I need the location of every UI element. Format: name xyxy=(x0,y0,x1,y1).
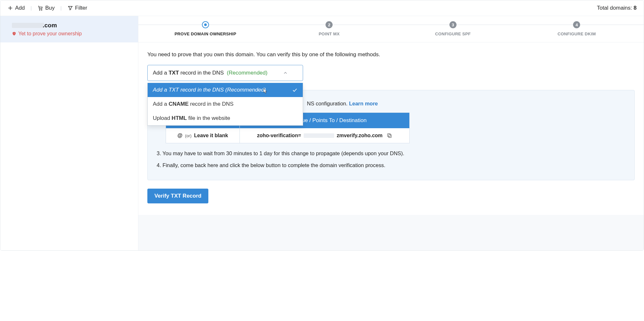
leave-blank-text: Leave it blank xyxy=(194,133,228,138)
step-configure-spf[interactable]: 3 Configure SPF xyxy=(391,21,515,36)
step-circle: 3 xyxy=(449,21,457,28)
option-cname-record[interactable]: Add a CNAME record in the DNS xyxy=(148,97,303,111)
option-label: Add a TXT record in the DNS (Recommended… xyxy=(153,87,266,93)
toolbar-separator: | xyxy=(60,5,62,11)
instruction-partial: NS configuration. Learn more xyxy=(307,101,625,107)
method-select-wrap: Add a TXT record in the DNS (Recommended… xyxy=(147,65,303,81)
filter-label: Filter xyxy=(75,5,87,11)
instruction-step4: 4. Finally, come back here and click the… xyxy=(157,162,625,168)
total-label: Total domains: xyxy=(597,5,633,11)
or-text: (or) xyxy=(185,133,191,138)
txt-value-pre: zoho-verification= xyxy=(257,133,301,138)
buy-label: Buy xyxy=(45,5,55,11)
step-circle: 4 xyxy=(573,21,580,28)
main-area: .com Yet to prove your ownership Prove D… xyxy=(0,16,644,250)
check-icon xyxy=(292,87,298,93)
svg-point-3 xyxy=(41,10,42,10)
step-label: Configure SPF xyxy=(435,31,471,36)
redacted-domain xyxy=(12,23,44,28)
step-point-mx[interactable]: 2 Point MX xyxy=(267,21,391,36)
app-frame: Add | Buy | Filter Total domains: 8 xyxy=(0,0,644,251)
at-symbol: @ xyxy=(178,133,183,138)
redacted-value xyxy=(304,133,334,138)
txt-value-cell: zoho-verification=zmverify.zoho.com xyxy=(240,128,409,143)
step-circle: 2 xyxy=(326,21,333,28)
ownership-warning: Yet to prove your ownership xyxy=(12,31,126,37)
verify-txt-button[interactable]: Verify TXT Record xyxy=(147,189,208,203)
filter-icon xyxy=(67,5,73,11)
top-toolbar: Add | Buy | Filter Total domains: 8 xyxy=(0,0,644,16)
step-prove-ownership[interactable]: Prove Domain Ownership xyxy=(144,21,267,36)
recommended-tag: (Recommended) xyxy=(227,70,268,76)
option-txt-record[interactable]: Add a TXT record in the DNS (Recommended… xyxy=(148,83,303,97)
step-label: Prove Domain Ownership xyxy=(175,31,236,36)
total-domains: Total domains: 8 xyxy=(597,5,637,11)
copy-icon[interactable] xyxy=(387,133,392,138)
shield-alert-icon xyxy=(12,31,16,36)
txt-value-post: zmverify.zoho.com xyxy=(337,133,383,138)
option-label: Upload HTML file in the website xyxy=(153,115,230,121)
step-label: Configure DKIM xyxy=(558,31,596,36)
domain-sidebar: .com Yet to prove your ownership xyxy=(0,16,138,250)
table-row: @ (or) Leave it blank zoho-verification=… xyxy=(166,128,409,143)
learn-more-link[interactable]: Learn more xyxy=(349,101,378,106)
chevron-up-icon xyxy=(283,70,288,76)
instruction-step3: 3. You may have to wait from 30 minutes … xyxy=(157,150,625,156)
option-label: Add a CNAME record in the DNS xyxy=(153,101,233,107)
svg-point-2 xyxy=(39,10,40,10)
domain-suffix: .com xyxy=(43,22,57,29)
txt-name-cell: @ (or) Leave it blank xyxy=(166,128,240,143)
cart-icon xyxy=(38,5,43,11)
total-count: 8 xyxy=(634,5,637,11)
content-panel: Prove Domain Ownership 2 Point MX 3 Conf… xyxy=(138,16,644,250)
step-label: Point MX xyxy=(319,31,340,36)
intro-text: You need to prove that you own this doma… xyxy=(147,51,635,58)
svg-rect-4 xyxy=(388,135,391,138)
filter-button[interactable]: Filter xyxy=(67,5,87,11)
toolbar-separator: | xyxy=(30,5,32,11)
toolbar-left: Add | Buy | Filter xyxy=(7,5,87,11)
warning-text: Yet to prove your ownership xyxy=(18,31,82,37)
stepper: Prove Domain Ownership 2 Point MX 3 Conf… xyxy=(138,16,644,42)
domain-card[interactable]: .com Yet to prove your ownership xyxy=(0,16,138,42)
method-select[interactable]: Add a TXT record in the DNS (Recommended… xyxy=(147,65,303,81)
step-circle-active xyxy=(202,21,209,28)
plus-icon xyxy=(7,5,13,11)
buy-button[interactable]: Buy xyxy=(38,5,55,11)
method-dropdown: Add a TXT record in the DNS (Recommended… xyxy=(147,83,303,126)
step-configure-dkim[interactable]: 4 Configure DKIM xyxy=(515,21,639,36)
verification-panel: You need to prove that you own this doma… xyxy=(138,42,644,215)
add-button[interactable]: Add xyxy=(7,5,25,11)
domain-name: .com xyxy=(12,22,126,29)
select-display: Add a TXT record in the DNS (Recommended… xyxy=(153,70,267,76)
svg-rect-5 xyxy=(387,134,390,137)
option-html-file[interactable]: Upload HTML file in the website xyxy=(148,111,303,125)
add-label: Add xyxy=(15,5,25,11)
